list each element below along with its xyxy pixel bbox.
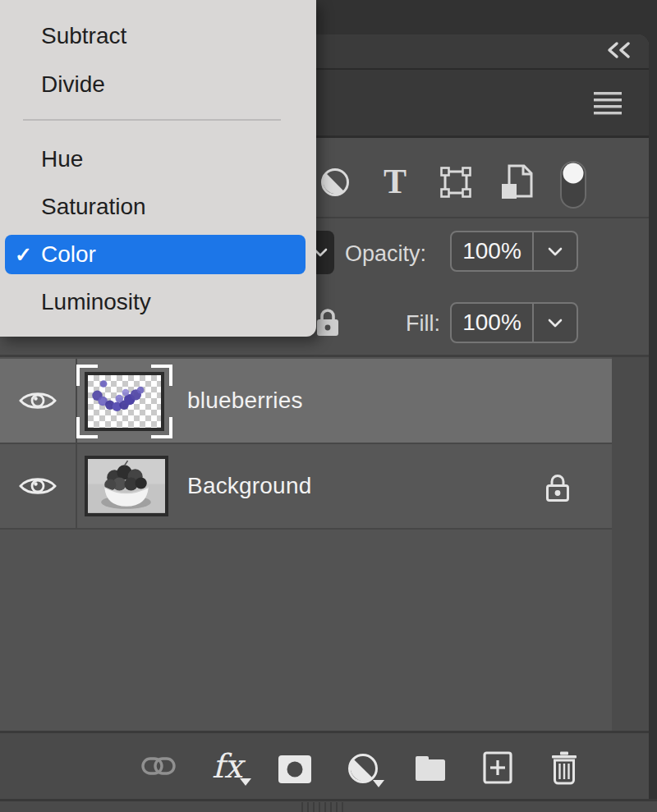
fill-value: 100% — [452, 304, 532, 342]
fill-dropdown-button[interactable] — [532, 304, 577, 342]
opacity-value: 100% — [452, 232, 532, 270]
blueberries-thumbnail — [85, 372, 164, 431]
adjustment-dropdown-triangle — [373, 780, 384, 787]
trash-icon — [550, 750, 578, 785]
layer-mask-icon — [278, 755, 311, 783]
layer-thumbnail-selected[interactable] — [76, 365, 172, 438]
folder-icon — [414, 755, 447, 782]
menu-item-label: Hue — [41, 146, 83, 172]
menu-item-label: Divide — [41, 71, 105, 98]
layer-name: blueberries — [187, 388, 303, 414]
adjustment-filter-button[interactable] — [319, 166, 351, 199]
opacity-dropdown-button[interactable] — [532, 232, 577, 270]
new-layer-icon — [483, 751, 512, 784]
opacity-label: Opacity: — [345, 241, 426, 267]
layer-lock-badge — [542, 471, 573, 504]
shape-filter-icon — [439, 166, 472, 199]
layers-list-gutter — [612, 357, 649, 731]
panel-menu-button[interactable] — [591, 88, 624, 117]
blueberry-bowl-photo — [88, 459, 165, 513]
filter-toggle-icon — [559, 160, 587, 209]
adjustment-filter-icon — [320, 167, 350, 197]
link-layers-button[interactable] — [140, 754, 177, 778]
layer-styles-button[interactable]: fx — [212, 750, 251, 786]
menu-item-saturation[interactable]: Saturation — [5, 187, 306, 227]
eye-icon — [18, 474, 57, 498]
visibility-toggle[interactable] — [0, 444, 77, 528]
menu-item-label: Saturation — [41, 194, 146, 220]
new-group-button[interactable] — [413, 753, 448, 784]
collapse-panel-button[interactable] — [604, 39, 634, 62]
new-adjustment-layer-button[interactable] — [347, 753, 387, 789]
layers-toolbar: fx — [0, 731, 649, 801]
menu-separator — [23, 119, 281, 121]
blueberries-paint-blobs — [88, 375, 161, 428]
menu-item-color-selected[interactable]: ✓ Color — [5, 235, 306, 274]
lock-all-button[interactable] — [314, 305, 342, 338]
menu-item-divide[interactable]: Divide — [5, 65, 306, 104]
photoshop-layers-panel-screenshot: T — [0, 0, 657, 812]
checkmark-icon: ✓ — [5, 243, 41, 267]
menu-item-subtract[interactable]: Subtract — [5, 16, 306, 56]
fill-label: Fill: — [406, 311, 440, 337]
chevron-down-icon — [548, 319, 563, 328]
lock-icon — [544, 472, 571, 503]
fx-dropdown-triangle — [240, 778, 251, 786]
chevrons-left-icon — [606, 41, 632, 59]
background-thumbnail[interactable] — [85, 456, 168, 516]
menu-item-luminosity[interactable]: Luminosity — [5, 282, 306, 322]
resize-grip[interactable] — [301, 802, 347, 812]
menu-item-label: Subtract — [41, 23, 126, 49]
smart-object-filter-button[interactable] — [498, 163, 535, 202]
hamburger-icon — [593, 90, 623, 115]
layer-name: Background — [187, 473, 311, 499]
chevron-down-icon — [548, 247, 563, 256]
fx-icon: fx — [212, 747, 242, 785]
blend-mode-menu: Subtract Divide Hue Saturation ✓ Color L… — [0, 0, 316, 337]
lock-icon — [315, 307, 340, 337]
add-layer-mask-button[interactable] — [278, 755, 312, 784]
filter-toggle[interactable] — [559, 160, 587, 209]
menu-item-label: Color — [41, 241, 96, 268]
eye-icon — [18, 388, 57, 413]
type-filter-icon: T — [384, 164, 407, 199]
menu-item-label: Luminosity — [41, 289, 151, 315]
visibility-toggle[interactable] — [0, 359, 77, 443]
new-layer-button[interactable] — [481, 750, 514, 785]
smart-object-filter-icon — [499, 163, 534, 201]
type-filter-button[interactable]: T — [378, 163, 412, 200]
menu-item-hue[interactable]: Hue — [5, 140, 306, 179]
shape-filter-button[interactable] — [438, 164, 474, 200]
fill-input[interactable]: 100% — [450, 302, 578, 343]
link-icon — [141, 755, 176, 777]
delete-layer-button[interactable] — [549, 750, 580, 786]
opacity-input[interactable]: 100% — [450, 231, 578, 272]
